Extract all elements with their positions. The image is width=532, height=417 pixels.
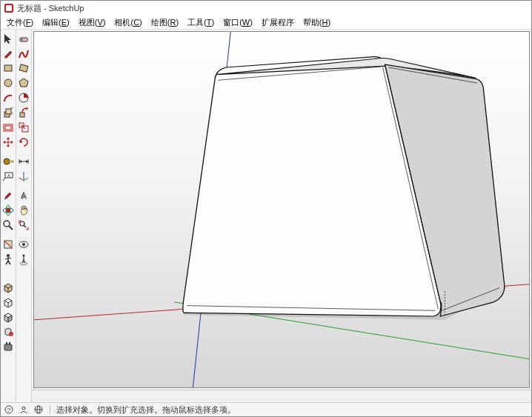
svg-text:A: A xyxy=(7,173,10,178)
svg-rect-29 xyxy=(6,342,7,344)
menu-bar: 文件(F)编辑(E)视图(V)相机(C)绘图(R)工具(T)窗口(W)扩展程序帮… xyxy=(1,16,531,30)
svg-text:A: A xyxy=(21,192,27,201)
orbit-tool[interactable] xyxy=(1,204,15,217)
svg-line-24 xyxy=(8,261,10,264)
svg-rect-1 xyxy=(6,5,12,11)
menu-工具[interactable]: 工具(T) xyxy=(183,16,219,29)
extension-tool[interactable] xyxy=(1,340,15,353)
3dtext-tool[interactable]: AA xyxy=(17,189,30,202)
svg-rect-5 xyxy=(6,109,11,114)
svg-rect-28 xyxy=(4,344,12,350)
menu-扩展程序[interactable]: 扩展程序 xyxy=(257,16,299,29)
svg-line-44 xyxy=(19,178,24,181)
rotate-tool[interactable] xyxy=(17,136,30,149)
svg-line-14 xyxy=(3,178,5,181)
menu-帮助[interactable]: 帮助(H) xyxy=(299,16,335,29)
scale-tool[interactable] xyxy=(17,121,30,134)
status-divider xyxy=(50,405,50,414)
menu-窗口[interactable]: 窗口(W) xyxy=(219,16,257,29)
svg-line-49 xyxy=(24,225,26,227)
zoom-extents-tool[interactable] xyxy=(17,218,30,232)
freehand-tool[interactable] xyxy=(17,47,30,60)
svg-point-21 xyxy=(7,254,10,257)
select-tool[interactable] xyxy=(1,32,15,45)
svg-point-60 xyxy=(22,407,25,410)
components-tool[interactable] xyxy=(1,281,15,294)
rotated-rect-tool[interactable] xyxy=(17,61,30,75)
svg-line-19 xyxy=(9,226,13,230)
svg-point-18 xyxy=(4,221,10,227)
followme-tool[interactable] xyxy=(17,106,30,119)
horizontal-scrollbar[interactable] xyxy=(32,390,531,402)
line-tool[interactable] xyxy=(1,47,15,60)
person-icon[interactable] xyxy=(19,404,29,415)
polygon-tool[interactable] xyxy=(17,76,30,90)
toolbar-left-2: AA xyxy=(16,30,32,402)
pan-tool[interactable] xyxy=(17,204,30,217)
svg-rect-32 xyxy=(20,38,23,41)
position-tool[interactable] xyxy=(17,253,30,266)
svg-point-56 xyxy=(20,263,27,265)
rectangle-tool[interactable] xyxy=(1,61,15,75)
solid-tool[interactable] xyxy=(1,325,15,338)
iso-tool[interactable] xyxy=(1,310,15,324)
toolbar-left-1: A xyxy=(1,30,16,402)
menu-文件[interactable]: 文件(F) xyxy=(2,16,38,29)
walk-tool[interactable] xyxy=(1,253,15,266)
tape-tool[interactable] xyxy=(1,155,15,168)
svg-rect-2 xyxy=(4,65,12,71)
circle-tool[interactable] xyxy=(1,76,15,90)
outliner-tool[interactable] xyxy=(1,296,15,309)
geo-icon[interactable] xyxy=(33,404,44,415)
svg-point-27 xyxy=(9,332,13,336)
dimension-tool[interactable] xyxy=(17,155,30,168)
eraser-tool[interactable] xyxy=(17,32,30,45)
3d-viewport[interactable] xyxy=(33,31,530,388)
section-tool[interactable] xyxy=(1,238,15,251)
text-tool[interactable]: A xyxy=(1,170,15,183)
menu-编辑[interactable]: 编辑(E) xyxy=(38,16,74,29)
status-bar: ? 选择对象。切换到扩充选择。拖动鼠标选择多项。 xyxy=(1,402,531,416)
menu-相机[interactable]: 相机(C) xyxy=(110,16,146,29)
zoom-tool[interactable] xyxy=(1,218,15,232)
svg-rect-36 xyxy=(20,113,24,117)
axes-tool[interactable] xyxy=(17,170,30,183)
title-bar: 无标题 - SketchUp xyxy=(1,1,531,16)
model-cube[interactable] xyxy=(183,57,505,316)
move-tool[interactable] xyxy=(1,136,15,149)
pushpull-tool[interactable] xyxy=(1,106,15,119)
svg-rect-33 xyxy=(19,64,28,72)
svg-text:?: ? xyxy=(7,407,11,413)
svg-rect-30 xyxy=(9,342,10,344)
svg-line-45 xyxy=(24,178,28,181)
menu-绘图[interactable]: 绘图(R) xyxy=(147,16,183,29)
window-title: 无标题 - SketchUp xyxy=(17,3,84,14)
svg-rect-7 xyxy=(5,126,11,130)
svg-rect-11 xyxy=(9,161,13,162)
svg-point-15 xyxy=(6,208,10,213)
status-hint: 选择对象。切换到扩充选择。拖动鼠标选择多项。 xyxy=(56,404,236,416)
arc-tool[interactable] xyxy=(1,91,15,104)
app-logo-icon xyxy=(4,3,14,13)
paint-tool[interactable] xyxy=(1,189,15,202)
menu-视图[interactable]: 视图(V) xyxy=(74,16,110,29)
svg-point-51 xyxy=(22,243,25,246)
pie-tool[interactable] xyxy=(17,91,30,104)
svg-point-3 xyxy=(4,79,12,87)
offset-tool[interactable] xyxy=(1,121,15,134)
svg-line-23 xyxy=(6,261,8,264)
look-tool[interactable] xyxy=(17,238,30,251)
help-icon[interactable]: ? xyxy=(4,404,14,415)
svg-marker-34 xyxy=(19,79,28,87)
